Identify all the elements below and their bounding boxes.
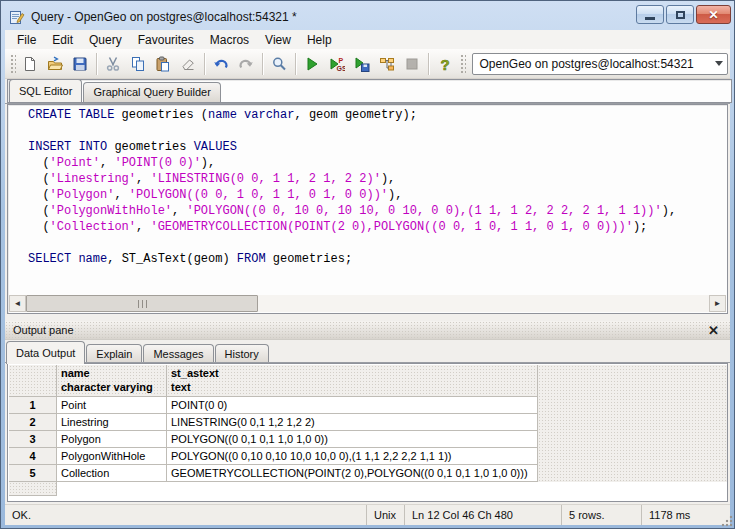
- grid-corner[interactable]: [9, 365, 57, 397]
- sql-token-kw: CREATE TABLE: [28, 108, 114, 122]
- tab-graphical-query-builder[interactable]: Graphical Query Builder: [83, 82, 220, 102]
- svg-text:?: ?: [440, 56, 449, 72]
- column-header-name[interactable]: namecharacter varying: [57, 365, 167, 397]
- table-row: 2LinestringLINESTRING(0 0,1 1,2 1,2 2): [9, 414, 538, 431]
- result-grid: namecharacter varyingst_astexttext 1Poin…: [9, 365, 538, 482]
- cell-st-astext[interactable]: LINESTRING(0 0,1 1,2 1,2 2): [167, 414, 538, 431]
- scrollbar-thumb[interactable]: [26, 295, 258, 312]
- copy-button[interactable]: [127, 52, 150, 75]
- status-message: OK.: [5, 505, 367, 525]
- output-close-icon[interactable]: ✕: [708, 324, 730, 337]
- menu-favourites[interactable]: Favourites: [130, 31, 202, 49]
- menu-query[interactable]: Query: [81, 31, 130, 49]
- cell-name[interactable]: PolygonWithHole: [57, 448, 167, 465]
- execute-query-button[interactable]: [301, 52, 324, 75]
- sql-token-pl: (: [28, 220, 50, 234]
- column-header-st-astext[interactable]: st_astexttext: [167, 365, 538, 397]
- explain-query-button[interactable]: [376, 52, 399, 75]
- sql-token-pl: ,: [136, 172, 150, 186]
- undo-icon: [213, 56, 229, 72]
- row-number[interactable]: 2: [9, 414, 57, 431]
- code-line: ('PolygonWithHole', 'POLYGON((0 0, 10 0,…: [28, 203, 727, 219]
- close-button[interactable]: ✕: [696, 5, 731, 24]
- redo-button[interactable]: [235, 52, 258, 75]
- sql-token-pl: (: [28, 188, 50, 202]
- svg-text:GS: GS: [337, 64, 346, 71]
- tab-explain[interactable]: Explain: [86, 344, 142, 364]
- connection-value: OpenGeo on postgres@localhost:54321: [473, 57, 711, 71]
- sql-token-pl: geometries;: [266, 252, 352, 266]
- resize-grip[interactable]: [720, 514, 733, 527]
- menu-file[interactable]: File: [9, 31, 44, 49]
- paste-button[interactable]: [152, 52, 175, 75]
- cell-st-astext[interactable]: POINT(0 0): [167, 397, 538, 414]
- connection-combobox[interactable]: OpenGeo on postgres@localhost:54321: [472, 53, 728, 75]
- row-count: 5 rows.: [562, 505, 642, 525]
- client-area: FileEditQueryFavouritesMacrosViewHelp PG…: [5, 30, 730, 525]
- scroll-left-arrow-icon[interactable]: ◄: [9, 295, 26, 312]
- paste-icon: [155, 56, 171, 72]
- execute-to-file-button[interactable]: [351, 52, 374, 75]
- sql-token-kw: SELECT: [28, 252, 71, 266]
- title-bar[interactable]: Query - OpenGeo on postgres@localhost:54…: [5, 4, 730, 29]
- sql-token-str: 'PolygonWithHole': [50, 204, 172, 218]
- output-pane: namecharacter varyingst_astexttext 1Poin…: [5, 362, 730, 504]
- sql-token-str: 'Linestring': [50, 172, 136, 186]
- sql-editor[interactable]: CREATE TABLE geometries (name varchar, g…: [7, 104, 728, 314]
- clear-window-button[interactable]: [177, 52, 200, 75]
- scrollbar-grip-icon: [138, 300, 147, 308]
- menu-help[interactable]: Help: [299, 31, 340, 49]
- execute-file-icon: [354, 56, 370, 72]
- sql-token-kw: INSERT INTO: [28, 140, 107, 154]
- sql-token-pl: ),: [201, 156, 215, 170]
- row-number[interactable]: 5: [9, 465, 57, 482]
- help-button[interactable]: ?: [434, 52, 457, 75]
- sql-token-str: 'GEOMETRYCOLLECTION(POINT(2 0),POLYGON((…: [150, 220, 632, 234]
- horizontal-scrollbar[interactable]: ◄ ►: [9, 295, 726, 312]
- maximize-button[interactable]: [666, 5, 694, 24]
- code-line: [28, 123, 727, 139]
- menu-view[interactable]: View: [257, 31, 299, 49]
- find-button[interactable]: [268, 52, 291, 75]
- tab-history[interactable]: History: [215, 344, 269, 364]
- tab-data-output[interactable]: Data Output: [6, 341, 85, 364]
- cell-st-astext[interactable]: POLYGON((0 0,10 0,10 10,0 10,0 0),(1 1,1…: [167, 448, 538, 465]
- output-pane-title: Output pane: [5, 324, 708, 336]
- tab-sql-editor[interactable]: SQL Editor: [9, 79, 82, 102]
- cell-st-astext[interactable]: POLYGON((0 0,1 0,1 1,0 1,0 0)): [167, 431, 538, 448]
- row-number[interactable]: 3: [9, 431, 57, 448]
- sql-token-kw: FROM: [237, 252, 266, 266]
- code-line: [28, 235, 727, 251]
- chevron-down-icon[interactable]: [711, 54, 727, 74]
- row-number[interactable]: 1: [9, 397, 57, 414]
- sql-token-pl: ),: [388, 188, 402, 202]
- undo-button[interactable]: [210, 52, 233, 75]
- menu-macros[interactable]: Macros: [202, 31, 257, 49]
- scroll-right-arrow-icon[interactable]: ►: [709, 295, 726, 312]
- row-number[interactable]: 4: [9, 448, 57, 465]
- save-file-button[interactable]: [69, 52, 92, 75]
- code-line: ('Collection', 'GEOMETRYCOLLECTION(POINT…: [28, 219, 727, 235]
- copy-icon: [130, 56, 146, 72]
- execute-pgscript-button[interactable]: PGS: [326, 52, 349, 75]
- explain-icon: [379, 56, 395, 72]
- minimize-button[interactable]: [636, 5, 664, 24]
- open-file-button[interactable]: [44, 52, 67, 75]
- cell-name[interactable]: Point: [57, 397, 167, 414]
- sql-code[interactable]: CREATE TABLE geometries (name varchar, g…: [8, 107, 727, 294]
- cell-name[interactable]: Polygon: [57, 431, 167, 448]
- menu-edit[interactable]: Edit: [44, 31, 81, 49]
- cancel-query-button[interactable]: [401, 52, 424, 75]
- toolbar-separator: [204, 53, 206, 75]
- cell-name[interactable]: Linestring: [57, 414, 167, 431]
- sql-token-str: 'POLYGON((0 0, 1 0, 1 1, 0 1, 0 0))': [129, 188, 388, 202]
- scrollbar-track[interactable]: [26, 295, 709, 312]
- tab-messages[interactable]: Messages: [143, 344, 213, 364]
- cut-icon: [105, 56, 121, 72]
- cell-name[interactable]: Collection: [57, 465, 167, 482]
- cut-button[interactable]: [102, 52, 125, 75]
- cell-st-astext[interactable]: GEOMETRYCOLLECTION(POINT(2 0),POLYGON((0…: [167, 465, 538, 482]
- new-query-button[interactable]: [19, 52, 42, 75]
- column-name: st_astext: [171, 366, 533, 380]
- app-icon: [9, 9, 25, 25]
